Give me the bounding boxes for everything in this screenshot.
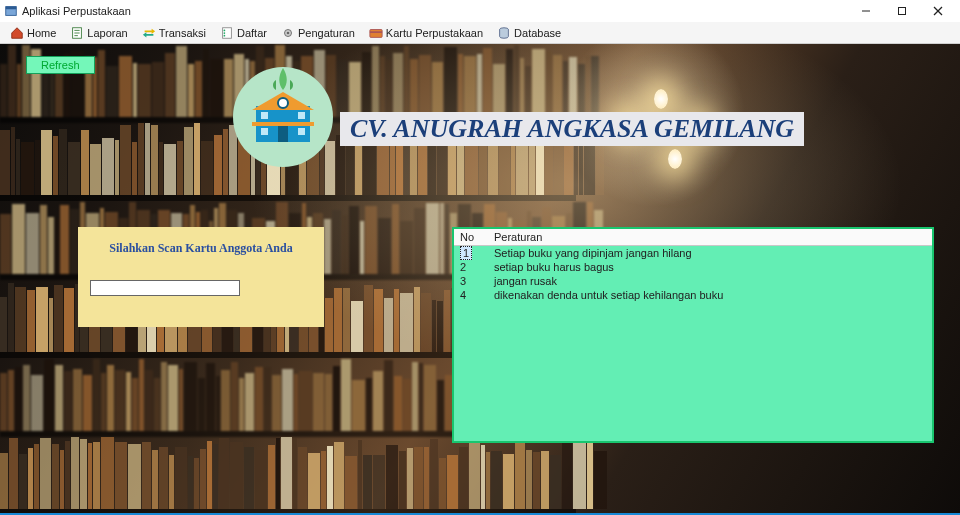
org-title: CV. ANUGRAH ANGKASA GEMILANG [340,112,804,146]
database-icon [497,26,511,40]
svg-rect-17 [370,31,382,33]
refresh-button[interactable]: Refresh [26,56,95,74]
rules-panel: No Peraturan 1 Setiap buku yang dipinjam… [452,227,934,443]
rules-header-text[interactable]: Peraturan [488,229,932,246]
rule-no: 3 [454,274,488,288]
main-viewport: Refresh CV. ANUGRAH ANGKASA GEMILANG Sil… [0,44,960,515]
list-icon [220,26,234,40]
menu-daftar[interactable]: Daftar [216,24,271,42]
svg-point-24 [278,98,288,108]
menu-home[interactable]: Home [6,24,60,42]
svg-rect-1 [6,7,17,10]
menu-pengaturan-label: Pengaturan [298,27,355,39]
menu-pengaturan[interactable]: Pengaturan [277,24,359,42]
svg-rect-16 [370,29,382,37]
svg-rect-21 [252,122,314,126]
card-icon [369,26,383,40]
menu-laporan-label: Laporan [87,27,127,39]
svg-point-15 [287,31,290,34]
menu-transaksi-label: Transaksi [159,27,206,39]
rule-no: 4 [454,288,488,302]
table-row[interactable]: 3 jangan rusak [454,274,932,288]
table-row[interactable]: 2 setiap buku harus bagus [454,260,932,274]
svg-point-13 [224,34,226,36]
svg-rect-27 [261,128,268,135]
window-title: Aplikasi Perpustakaan [22,5,848,17]
menubar: Home Laporan Transaksi Daftar Pengaturan… [0,22,960,44]
svg-rect-26 [298,112,305,119]
scan-card-panel: Silahkan Scan Kartu Anggota Anda [78,227,324,327]
window-close-button[interactable] [920,0,956,22]
table-row[interactable]: 1 Setiap buku yang dipinjam jangan hilan… [454,246,932,261]
menu-home-label: Home [27,27,56,39]
menu-daftar-label: Daftar [237,27,267,39]
rules-table: No Peraturan 1 Setiap buku yang dipinjam… [454,229,932,302]
table-row[interactable]: 4 dikenakan denda untuk setiap kehilanga… [454,288,932,302]
rule-text: setiap buku harus bagus [488,260,932,274]
rule-text: jangan rusak [488,274,932,288]
svg-point-12 [224,32,226,34]
menu-laporan[interactable]: Laporan [66,24,131,42]
rule-no: 2 [454,260,488,274]
svg-rect-23 [278,126,288,142]
menu-kartu[interactable]: Kartu Perpustakaan [365,24,487,42]
scan-input[interactable] [90,280,240,296]
menu-database-label: Database [514,27,561,39]
menu-database[interactable]: Database [493,24,565,42]
transaction-icon [142,26,156,40]
svg-point-11 [224,29,226,31]
rule-no: 1 [460,246,472,260]
scan-prompt: Silahkan Scan Kartu Anggota Anda [90,241,312,256]
window-minimize-button[interactable] [848,0,884,22]
window-maximize-button[interactable] [884,0,920,22]
home-icon [10,26,24,40]
rules-header-no[interactable]: No [454,229,488,246]
rule-text: dikenakan denda untuk setiap kehilangan … [488,288,932,302]
gear-icon [281,26,295,40]
menu-transaksi[interactable]: Transaksi [138,24,210,42]
svg-rect-3 [899,8,906,15]
app-icon [4,4,18,18]
svg-rect-28 [298,128,305,135]
menu-kartu-label: Kartu Perpustakaan [386,27,483,39]
svg-rect-25 [261,112,268,119]
org-logo [228,62,338,172]
window-titlebar: Aplikasi Perpustakaan [0,0,960,22]
report-icon [70,26,84,40]
rule-text: Setiap buku yang dipinjam jangan hilang [488,246,932,261]
